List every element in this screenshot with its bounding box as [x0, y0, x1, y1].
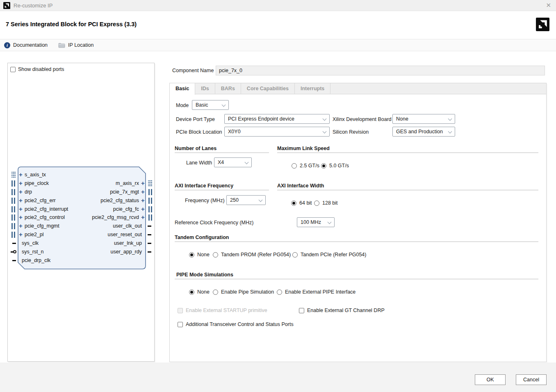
documentation-button[interactable]: i Documentation	[4, 42, 48, 48]
silicon-revision-label: Silicon Revision	[333, 129, 369, 135]
block-location-label: PCIe Block Location	[176, 129, 222, 135]
mode-value: Basic	[196, 102, 208, 108]
tab-core-capabilities[interactable]: Core Capabilities	[241, 83, 295, 94]
expand-port-icon[interactable]: +	[18, 198, 24, 203]
port-name: pcie2_cfg_err	[24, 198, 57, 203]
close-icon[interactable]: ✕	[546, 2, 551, 9]
recustomize-ip-dialog: Re-customize IP ✕ 7 Series Integrated Bl…	[0, 0, 556, 392]
show-disabled-ports-option[interactable]: Show disabled ports	[10, 66, 64, 72]
chevron-down-icon	[323, 117, 327, 121]
port-name: sys_rst_n	[21, 249, 45, 255]
mode-label: Mode	[176, 103, 189, 108]
wire-connector-icon	[148, 243, 151, 244]
ok-button[interactable]: OK	[475, 374, 506, 385]
bus-connector-icon	[11, 223, 15, 229]
radio-selected-icon[interactable]	[291, 201, 296, 206]
radio-selected-icon[interactable]	[189, 289, 194, 295]
port-name: user_app_rdy	[110, 249, 143, 255]
expand-port-icon[interactable]: +	[18, 206, 24, 212]
radio-selected-icon[interactable]	[189, 252, 194, 258]
silicon-revision-dropdown[interactable]: GES and Production	[392, 127, 455, 137]
frequency-label: Frequency (MHz)	[185, 198, 225, 203]
port-name: user_lnk_up	[113, 240, 143, 246]
pipe-option-external-pipe[interactable]: Enable External PIPE Interface	[277, 289, 355, 295]
radio-unselected-icon[interactable]	[292, 163, 297, 169]
show-disabled-ports-checkbox[interactable]	[10, 67, 16, 72]
radio-unselected-icon[interactable]	[292, 252, 298, 258]
tab-basic[interactable]: Basic	[170, 83, 195, 95]
additional-transceiver-ports-option[interactable]: Additional Transceiver Control and Statu…	[178, 321, 294, 327]
port-row: +pcie_7x_mgt	[109, 188, 146, 196]
port-name: sys_clk	[21, 240, 39, 246]
info-icon: i	[4, 42, 10, 48]
radio-label: 64 bit	[299, 200, 312, 206]
axi-width-option-128[interactable]: 128 bit	[314, 200, 338, 206]
tab-ids[interactable]: IDs	[195, 83, 215, 94]
device-port-type-dropdown[interactable]: PCI Express Endpoint device	[224, 114, 330, 124]
port-name: pcie2_cfg_status	[100, 198, 140, 203]
mode-dropdown[interactable]: Basic	[192, 100, 229, 110]
port-row: +m_axis_rx	[115, 179, 146, 187]
expand-port-icon[interactable]: +	[18, 180, 24, 186]
axis-bus-connector-icon	[11, 172, 16, 178]
expand-port-icon[interactable]: +	[140, 206, 146, 212]
frequency-value: 250	[230, 197, 239, 203]
expand-port-icon[interactable]: +	[140, 198, 146, 203]
wire-connector-icon	[12, 243, 16, 244]
radio-label: Enable Pipe Simulation	[221, 289, 274, 295]
pipe-option-enable-sim[interactable]: Enable Pipe Simulation	[213, 289, 274, 295]
expand-port-icon[interactable]: +	[18, 223, 24, 229]
component-name-input[interactable]: pcie_7x_0	[216, 66, 545, 75]
enable-gt-channel-drp-checkbox[interactable]	[299, 308, 304, 313]
ref-clock-label: Reference Clock Frequency (MHz)	[175, 220, 253, 226]
radio-unselected-icon[interactable]	[213, 289, 218, 295]
tab-interrupts[interactable]: Interrupts	[295, 83, 330, 94]
port-name: pcie_7x_mgt	[109, 189, 140, 195]
device-port-type-value: PCI Express Endpoint device	[228, 116, 294, 122]
block-location-dropdown[interactable]: X0Y0	[224, 127, 330, 137]
expand-port-icon[interactable]: +	[18, 189, 24, 195]
active-low-wire-connector-icon	[11, 250, 16, 254]
radio-label: 5.0 GT/s	[329, 163, 349, 169]
expand-port-icon[interactable]: +	[140, 180, 146, 186]
tandem-option-none[interactable]: None	[189, 252, 210, 258]
lane-width-dropdown[interactable]: X4	[214, 157, 252, 167]
port-row: user_reset_out	[107, 230, 146, 239]
expand-port-icon[interactable]: +	[140, 189, 146, 195]
chevron-down-icon	[448, 117, 452, 121]
dev-board-value: None	[396, 116, 408, 122]
pipe-option-none[interactable]: None	[189, 289, 210, 295]
radio-unselected-icon[interactable]	[314, 201, 319, 206]
expand-port-icon[interactable]: +	[18, 172, 24, 178]
additional-transceiver-ports-checkbox[interactable]	[178, 322, 183, 327]
cancel-button[interactable]: Cancel	[516, 374, 547, 385]
radio-label: None	[197, 252, 210, 258]
expand-port-icon[interactable]: +	[140, 214, 146, 220]
radio-unselected-icon[interactable]	[277, 289, 282, 295]
dev-board-label: Xilinx Development Board	[333, 116, 392, 122]
axis-bus-connector-icon	[148, 180, 152, 187]
expand-port-icon[interactable]: +	[18, 214, 24, 220]
xilinx-logo-large-icon	[536, 18, 549, 31]
dev-board-dropdown[interactable]: None	[392, 114, 455, 124]
radio-unselected-icon[interactable]	[213, 252, 218, 258]
chevron-down-icon	[323, 130, 327, 134]
port-row: +pcie2_cfg_status	[100, 196, 146, 205]
tab-bars[interactable]: BARs	[215, 83, 241, 94]
radio-selected-icon[interactable]	[321, 163, 326, 169]
link-speed-option-2-5[interactable]: 2.5 GT/s	[292, 163, 319, 169]
tandem-option-pcie[interactable]: Tandem PCIe (Refer PG054)	[292, 252, 367, 258]
link-speed-option-5-0[interactable]: 5.0 GT/s	[321, 163, 349, 169]
ip-location-label: IP Location	[68, 42, 93, 48]
expand-port-icon[interactable]: +	[18, 232, 24, 237]
section-max-link-speed: Maximum Link Speed	[277, 146, 330, 151]
axi-width-option-64[interactable]: 64 bit	[291, 200, 312, 206]
enable-gt-channel-drp-option[interactable]: Enable External GT Channel DRP	[299, 308, 385, 313]
ref-clock-dropdown[interactable]: 100 MHz	[297, 217, 335, 227]
documentation-label: Documentation	[13, 42, 48, 48]
ip-location-button[interactable]: IP Location	[58, 42, 93, 48]
radio-label: None	[197, 289, 210, 295]
tandem-option-prom[interactable]: Tandem PROM (Refer PG054)	[213, 252, 291, 258]
frequency-dropdown[interactable]: 250	[226, 195, 266, 205]
chevron-down-icon	[328, 220, 332, 224]
